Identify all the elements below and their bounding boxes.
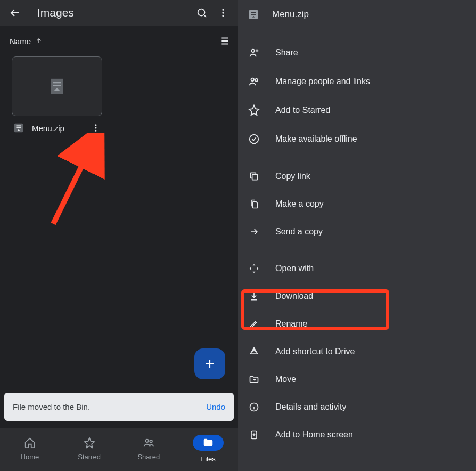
menu-send-copy[interactable]: Send a copy — [238, 218, 476, 246]
menu-add-shortcut[interactable]: Add shortcut to Drive — [238, 338, 476, 366]
copy-icon — [248, 171, 260, 182]
fab-add-button[interactable] — [194, 348, 225, 379]
menu-label: Make available offline — [275, 134, 357, 144]
undo-button[interactable]: Undo — [206, 402, 225, 411]
svg-rect-7 — [16, 125, 21, 126]
svg-rect-4 — [53, 82, 61, 84]
annotation-arrow — [44, 133, 108, 229]
svg-rect-5 — [53, 85, 61, 86]
menu-label: Add shortcut to Drive — [275, 347, 355, 356]
menu-label: Download — [275, 291, 313, 301]
file-thumbnail — [12, 56, 102, 116]
file-row: Menu.zip — [12, 116, 102, 134]
bottom-nav: Home Starred Shared Files — [0, 428, 238, 471]
file-icon — [48, 77, 66, 95]
file-copy-icon — [248, 199, 260, 209]
sort-row: Name — [0, 26, 238, 56]
divider — [271, 250, 476, 250]
menu-make-copy[interactable]: Make a copy — [238, 190, 476, 218]
svg-rect-16 — [251, 12, 256, 13]
edit-icon — [248, 319, 260, 329]
nav-label: Shared — [137, 453, 160, 461]
person-add-icon — [248, 47, 260, 59]
nav-starred[interactable]: Starred — [63, 437, 116, 461]
file-more-button[interactable] — [89, 121, 102, 134]
star-icon — [84, 437, 95, 449]
svg-point-9 — [95, 124, 97, 126]
menu-label: Add to Home screen — [275, 430, 353, 440]
add-homescreen-icon — [248, 429, 260, 440]
page-title: Images — [37, 6, 191, 19]
info-icon — [248, 402, 260, 412]
svg-rect-17 — [251, 14, 256, 15]
menu-rename[interactable]: Rename — [238, 310, 476, 338]
menu-add-starred[interactable]: Add to Starred — [238, 96, 476, 125]
sort-button[interactable]: Name — [10, 37, 43, 46]
send-icon — [248, 226, 260, 237]
menu-manage-people[interactable]: Manage people and links — [238, 67, 476, 96]
top-bar: Images — [0, 0, 238, 26]
download-icon — [248, 291, 260, 302]
menu-copy-link[interactable]: Copy link — [238, 163, 476, 190]
svg-rect-22 — [252, 175, 258, 180]
people-icon — [248, 76, 260, 87]
more-button[interactable] — [212, 2, 234, 23]
arrow-up-icon — [35, 37, 43, 45]
menu-label: Open with — [275, 264, 314, 273]
move-folder-icon — [248, 374, 260, 385]
menu-label: Manage people and links — [275, 77, 370, 86]
svg-point-18 — [251, 50, 255, 53]
drive-shortcut-icon — [248, 346, 260, 357]
view-toggle-button[interactable] — [218, 35, 229, 47]
menu-label: Move — [275, 375, 296, 384]
toast-message: File moved to the Bin. — [13, 402, 90, 411]
menu-offline[interactable]: Make available offline — [238, 125, 476, 153]
svg-point-21 — [250, 135, 259, 144]
file-name: Menu.zip — [32, 124, 82, 133]
sheet-title: Menu.zip — [272, 9, 309, 20]
file-tile[interactable]: Menu.zip — [12, 56, 102, 134]
divider — [271, 158, 476, 158]
offline-icon — [248, 133, 260, 145]
nav-label: Files — [201, 455, 215, 463]
menu-label: Send a copy — [275, 227, 323, 237]
nav-label: Starred — [78, 453, 101, 461]
file-type-icon — [248, 9, 259, 20]
menu-move[interactable]: Move — [238, 366, 476, 393]
file-type-icon — [13, 122, 24, 134]
nav-files[interactable]: Files — [182, 435, 235, 463]
back-button[interactable] — [4, 2, 26, 23]
menu-label: Add to Starred — [275, 105, 330, 115]
menu-label: Copy link — [275, 172, 310, 181]
home-icon — [24, 437, 36, 449]
menu-label: Share — [275, 48, 298, 58]
svg-point-2 — [222, 12, 224, 13]
menu-label: Details and activity — [275, 402, 346, 412]
people-icon — [143, 437, 154, 449]
menu-share[interactable]: Share — [238, 38, 476, 67]
nav-label: Home — [21, 453, 39, 461]
svg-point-13 — [146, 439, 149, 442]
sort-label-text: Name — [10, 37, 31, 46]
toast: File moved to the Bin. Undo — [4, 393, 234, 421]
menu-list: Share Manage people and links Add to Sta… — [238, 29, 476, 449]
svg-point-20 — [255, 79, 258, 82]
svg-point-19 — [251, 78, 255, 82]
menu-open-with[interactable]: Open with — [238, 255, 476, 282]
nav-home[interactable]: Home — [3, 437, 56, 461]
star-icon — [248, 104, 260, 116]
nav-shared[interactable]: Shared — [122, 437, 175, 461]
left-pane: Images Name Menu.zip — [0, 0, 238, 471]
menu-add-homescreen[interactable]: Add to Home screen — [238, 421, 476, 449]
svg-point-11 — [95, 130, 97, 132]
folder-icon — [202, 437, 214, 449]
open-with-icon — [248, 263, 260, 274]
menu-details[interactable]: Details and activity — [238, 393, 476, 421]
right-pane: Menu.zip Share Manage people and links A… — [238, 0, 476, 471]
search-button[interactable] — [191, 2, 212, 23]
menu-download[interactable]: Download — [238, 282, 476, 310]
menu-label: Rename — [275, 319, 307, 329]
svg-point-3 — [222, 15, 224, 17]
svg-point-1 — [222, 9, 224, 11]
svg-rect-8 — [16, 127, 21, 128]
